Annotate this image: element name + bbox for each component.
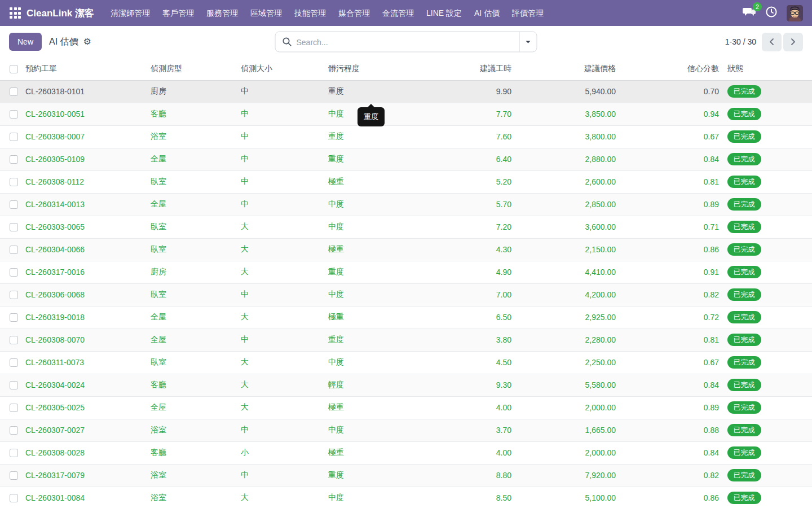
cell-hours: 7.70	[416, 103, 514, 125]
clock-icon	[765, 6, 778, 20]
new-button[interactable]: New	[9, 33, 42, 51]
row-checkbox[interactable]	[10, 404, 18, 412]
activities-button[interactable]	[765, 6, 778, 20]
row-checkbox-cell	[0, 351, 23, 374]
pager-range: 1-30 / 30	[725, 37, 756, 46]
cell-confidence: 0.84	[619, 441, 722, 464]
row-checkbox[interactable]	[10, 471, 18, 480]
pager-previous-button[interactable]	[762, 33, 782, 51]
nav-item-6[interactable]: 媒合管理	[332, 0, 376, 26]
column-header-4[interactable]: 髒污程度	[325, 58, 416, 80]
row-checkbox[interactable]	[10, 178, 18, 186]
cell-price: 2,280.00	[514, 329, 619, 351]
cell-order: CL-260303-0065	[23, 216, 148, 238]
row-checkbox[interactable]	[10, 358, 18, 367]
column-header-2[interactable]: 偵測房型	[148, 58, 238, 80]
cell-price: 1,665.00	[514, 419, 619, 441]
nav-item-1[interactable]: 清潔師管理	[104, 0, 156, 26]
row-checkbox[interactable]	[10, 313, 18, 322]
row-checkbox[interactable]	[10, 87, 18, 96]
row-checkbox[interactable]	[10, 246, 18, 254]
table-row[interactable]: CL-260308-0028客廳小極重4.002,000.000.84已完成	[0, 441, 812, 464]
cell-price: 3,850.00	[514, 103, 619, 125]
messages-count-badge: 2	[753, 2, 762, 11]
table-row[interactable]: CL-260305-0025全屋大極重4.002,000.000.89已完成	[0, 396, 812, 419]
table-row[interactable]: CL-260308-0070全屋中重度3.802,280.000.81已完成	[0, 329, 812, 351]
table-row[interactable]: CL-260317-0016廚房大重度4.904,410.000.91已完成	[0, 261, 812, 283]
cell-price: 2,250.00	[514, 351, 619, 374]
table-row[interactable]: CL-260311-0073臥室大中度4.502,250.000.67已完成	[0, 351, 812, 374]
row-checkbox[interactable]	[10, 426, 18, 435]
nav-item-7[interactable]: 金流管理	[376, 0, 420, 26]
table-row[interactable]: CL-260319-0018全屋大極重6.502,925.000.72已完成	[0, 306, 812, 329]
column-header-6[interactable]: 建議價格	[514, 58, 619, 80]
table-row[interactable]: CL-260306-0068臥室中中度7.004,200.000.82已完成	[0, 283, 812, 306]
row-checkbox[interactable]	[10, 155, 18, 164]
status-badge: 已完成	[727, 266, 761, 278]
nav-item-4[interactable]: 區域管理	[244, 0, 288, 26]
user-avatar[interactable]	[787, 5, 803, 21]
nav-item-9[interactable]: AI 估價	[468, 0, 506, 26]
cell-order: CL-260310-0051	[23, 103, 148, 125]
table-row[interactable]: CL-260305-0109全屋中重度6.402,880.000.84已完成	[0, 148, 812, 170]
table-row[interactable]: CL-260304-0066臥室大極重4.302,150.000.86已完成	[0, 238, 812, 261]
cell-status: 已完成	[722, 103, 812, 125]
row-checkbox[interactable]	[10, 336, 18, 344]
cell-status: 已完成	[722, 125, 812, 148]
control-panel: New AI 估價 ⚙ 1-30 / 30	[0, 26, 812, 58]
row-checkbox[interactable]	[10, 133, 18, 141]
gear-icon[interactable]: ⚙	[83, 37, 91, 46]
cell-price: 2,880.00	[514, 148, 619, 170]
select-all-checkbox[interactable]	[10, 65, 18, 73]
nav-item-3[interactable]: 服務管理	[200, 0, 244, 26]
table-header-row: 預約工單偵測房型偵測大小髒污程度建議工時建議價格信心分數狀態	[0, 58, 812, 80]
table-row[interactable]: CL-260314-0013全屋中中度5.702,850.000.89已完成	[0, 193, 812, 216]
table-row[interactable]: CL-260301-0084浴室大中度8.505,100.000.86已完成	[0, 487, 812, 508]
cell-dirt: 極重	[325, 441, 416, 464]
messages-button[interactable]: 2	[743, 6, 756, 20]
table-row[interactable]: CL-260304-0024客廳大輕度9.305,580.000.84已完成	[0, 374, 812, 396]
cell-dirt: 中度	[325, 351, 416, 374]
row-checkbox[interactable]	[10, 381, 18, 389]
column-header-7[interactable]: 信心分數	[619, 58, 722, 80]
row-checkbox[interactable]	[10, 268, 18, 277]
nav-item-8[interactable]: LINE 設定	[420, 0, 468, 26]
table-row[interactable]: CL-260307-0027浴室中中度3.701,665.000.88已完成	[0, 419, 812, 441]
cell-status: 已完成	[722, 441, 812, 464]
table-row[interactable]: CL-260317-0079浴室中重度8.807,920.000.82已完成	[0, 464, 812, 487]
cell-status: 已完成	[722, 464, 812, 487]
row-checkbox-cell	[0, 80, 23, 103]
row-checkbox[interactable]	[10, 449, 18, 457]
row-checkbox[interactable]	[10, 494, 18, 502]
nav-item-2[interactable]: 客戶管理	[156, 0, 200, 26]
cell-confidence: 0.89	[619, 193, 722, 216]
status-badge: 已完成	[727, 243, 761, 256]
row-checkbox[interactable]	[10, 291, 18, 299]
table-row[interactable]: CL-260310-0051客廳中中度7.703,850.000.94已完成	[0, 103, 812, 125]
row-checkbox[interactable]	[10, 110, 18, 119]
column-header-5[interactable]: 建議工時	[416, 58, 514, 80]
search-input[interactable]	[297, 37, 519, 46]
cell-room: 客廳	[148, 441, 238, 464]
apps-menu-icon[interactable]	[10, 7, 21, 19]
row-checkbox[interactable]	[10, 200, 18, 209]
column-header-8[interactable]: 狀態	[722, 58, 812, 80]
row-checkbox[interactable]	[10, 223, 18, 231]
cell-room: 客廳	[148, 374, 238, 396]
table-row[interactable]: CL-260308-0007浴室中重度7.603,800.000.67已完成	[0, 125, 812, 148]
status-badge: 已完成	[727, 401, 761, 414]
table-row[interactable]: CL-260308-0112臥室中極重5.202,600.000.81已完成	[0, 170, 812, 193]
search-dropdown-toggle[interactable]	[519, 32, 537, 52]
cell-status: 已完成	[722, 80, 812, 103]
search-bar	[275, 32, 537, 52]
brand[interactable]: CleanLink 潔客	[27, 7, 94, 20]
avatar-image	[787, 5, 803, 21]
table-row[interactable]: CL-260303-0065臥室大中度7.203,600.000.71已完成	[0, 216, 812, 238]
nav-item-10[interactable]: 評價管理	[506, 0, 550, 26]
column-header-3[interactable]: 偵測大小	[238, 58, 325, 80]
table-row[interactable]: CL-260318-0101廚房中重度9.905,940.000.70已完成	[0, 80, 812, 103]
cell-price: 4,410.00	[514, 261, 619, 283]
nav-item-5[interactable]: 技能管理	[288, 0, 332, 26]
column-header-1[interactable]: 預約工單	[23, 58, 148, 80]
pager-next-button[interactable]	[783, 33, 803, 51]
